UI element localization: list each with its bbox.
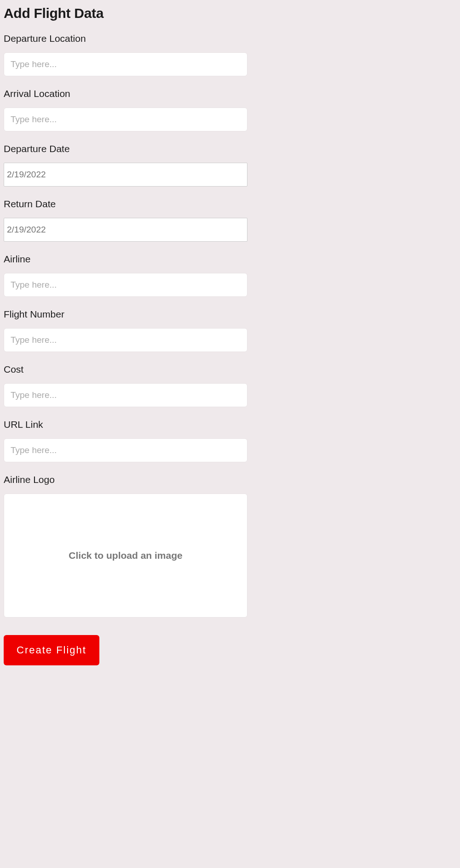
departure-date-input[interactable] [4, 163, 247, 187]
arrival-location-group: Arrival Location [4, 88, 456, 131]
airline-group: Airline [4, 254, 456, 297]
arrival-location-label: Arrival Location [4, 88, 456, 99]
page-title: Add Flight Data [4, 6, 456, 21]
cost-input[interactable] [4, 383, 247, 407]
departure-date-group: Departure Date [4, 143, 456, 187]
arrival-location-input[interactable] [4, 108, 247, 131]
flight-number-label: Flight Number [4, 309, 456, 320]
departure-location-label: Departure Location [4, 33, 456, 44]
airline-logo-upload[interactable]: Click to upload an image [4, 494, 247, 618]
return-date-label: Return Date [4, 199, 456, 210]
flight-number-group: Flight Number [4, 309, 456, 352]
departure-location-input[interactable] [4, 52, 247, 76]
create-flight-button[interactable]: Create Flight [4, 635, 99, 665]
airline-logo-label: Airline Logo [4, 474, 456, 485]
airline-logo-group: Airline Logo Click to upload an image [4, 474, 456, 618]
flight-number-input[interactable] [4, 328, 247, 352]
airline-input[interactable] [4, 273, 247, 297]
cost-group: Cost [4, 364, 456, 407]
departure-date-label: Departure Date [4, 143, 456, 154]
return-date-group: Return Date [4, 199, 456, 242]
url-link-label: URL Link [4, 419, 456, 430]
airline-label: Airline [4, 254, 456, 265]
url-link-input[interactable] [4, 438, 247, 462]
upload-text: Click to upload an image [69, 550, 182, 561]
departure-location-group: Departure Location [4, 33, 456, 76]
url-link-group: URL Link [4, 419, 456, 462]
cost-label: Cost [4, 364, 456, 375]
return-date-input[interactable] [4, 218, 247, 242]
